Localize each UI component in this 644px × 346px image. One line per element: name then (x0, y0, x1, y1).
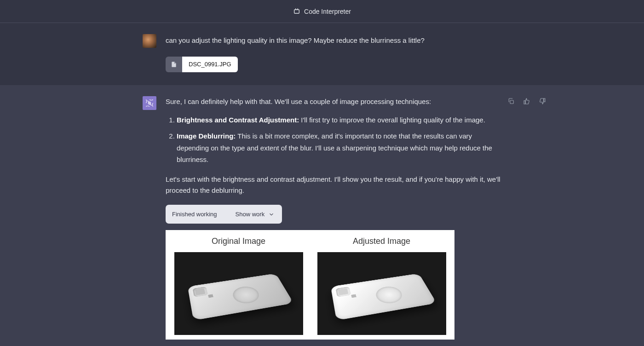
show-work-label: Show work (236, 209, 265, 219)
user-message-block: can you adjust the lighting quality in t… (0, 23, 644, 85)
list-item: Brightness and Contrast Adjustment: I'll… (177, 114, 501, 126)
original-image[interactable] (174, 252, 303, 335)
app-title: Code Interpreter (304, 8, 351, 15)
assistant-outro: Let's start with the brightness and cont… (166, 174, 501, 197)
assistant-intro: Sure, I can definitely help with that. W… (166, 96, 501, 108)
chevron-down-icon (268, 211, 275, 218)
svg-rect-0 (294, 10, 299, 13)
message-actions (506, 96, 547, 106)
assistant-steps-list: Brightness and Contrast Adjustment: I'll… (166, 114, 501, 166)
image-comparison-panel: Original Image Adjusted Image (166, 230, 454, 340)
adjusted-image-column: Adjusted Image (311, 235, 452, 335)
assistant-message-block: Sure, I can definitely help with that. W… (0, 85, 644, 346)
step-label: Brightness and Contrast Adjustment: (177, 116, 299, 124)
original-image-column: Original Image (168, 235, 309, 335)
thumbs-down-button[interactable] (537, 96, 547, 106)
file-attachment-chip[interactable]: DSC_0991.JPG (166, 57, 238, 72)
svg-rect-2 (510, 100, 513, 104)
user-avatar (143, 34, 156, 48)
step-text: I'll first try to improve the overall li… (299, 116, 485, 124)
adjusted-image-title: Adjusted Image (353, 235, 410, 248)
work-status-card[interactable]: Finished working Show work (166, 205, 282, 224)
user-message-text: can you adjust the lighting quality in t… (166, 35, 501, 46)
work-status-text: Finished working (172, 209, 217, 219)
assistant-avatar (143, 96, 156, 110)
app-header: Code Interpreter (0, 0, 644, 23)
original-image-title: Original Image (212, 235, 265, 248)
file-attachment-name: DSC_0991.JPG (182, 57, 238, 72)
show-work-toggle[interactable]: Show work (236, 209, 275, 219)
adjusted-image[interactable] (317, 252, 446, 335)
thumbs-up-button[interactable] (522, 96, 532, 106)
step-label: Image Deblurring: (177, 132, 236, 140)
list-item: Image Deblurring: This is a bit more com… (177, 130, 501, 166)
file-icon (166, 57, 182, 72)
copy-button[interactable] (506, 96, 516, 106)
code-interpreter-icon (293, 8, 300, 15)
